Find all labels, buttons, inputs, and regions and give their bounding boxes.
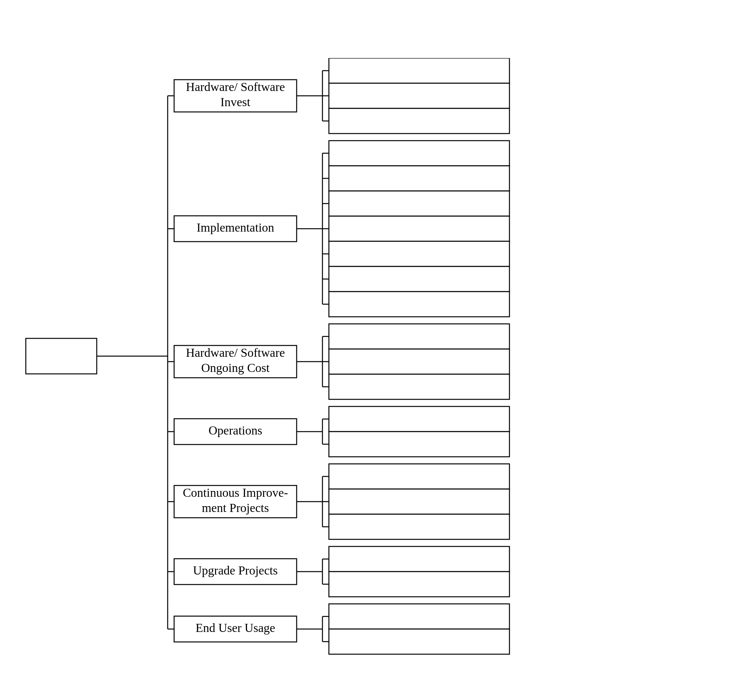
svg-text:Invest: Invest <box>220 95 251 109</box>
svg-rect-45 <box>329 374 509 399</box>
svg-rect-84 <box>329 629 509 654</box>
svg-rect-25 <box>329 191 509 216</box>
svg-text:Operations: Operations <box>208 424 263 437</box>
svg-rect-52 <box>329 406 509 432</box>
svg-rect-31 <box>329 266 509 292</box>
svg-rect-33 <box>329 292 509 317</box>
svg-text:ment Projects: ment Projects <box>202 501 269 515</box>
svg-rect-82 <box>329 604 509 629</box>
svg-rect-66 <box>329 514 509 539</box>
svg-text:Implementation: Implementation <box>197 221 275 234</box>
svg-text:End User Usage: End User Usage <box>196 621 275 635</box>
svg-text:Ongoing Cost: Ongoing Cost <box>201 361 270 375</box>
svg-rect-10 <box>329 58 509 83</box>
svg-text:Upgrade Projects: Upgrade Projects <box>193 563 278 577</box>
svg-rect-29 <box>329 241 509 266</box>
svg-rect-21 <box>329 141 509 166</box>
svg-rect-73 <box>329 546 509 572</box>
svg-rect-43 <box>329 349 509 374</box>
svg-rect-12 <box>329 83 509 108</box>
svg-rect-14 <box>329 108 509 134</box>
svg-rect-27 <box>329 216 509 241</box>
svg-rect-75 <box>329 572 509 597</box>
svg-rect-62 <box>329 464 509 489</box>
svg-rect-23 <box>329 166 509 191</box>
svg-text:Hardware/ Software: Hardware/ Software <box>186 80 285 94</box>
svg-rect-64 <box>329 489 509 514</box>
svg-rect-41 <box>329 324 509 349</box>
svg-text:Continuous Improve-: Continuous Improve- <box>183 486 288 499</box>
svg-rect-54 <box>329 432 509 457</box>
svg-text:Hardware/ Software: Hardware/ Software <box>186 346 285 359</box>
svg-rect-0 <box>26 338 97 374</box>
